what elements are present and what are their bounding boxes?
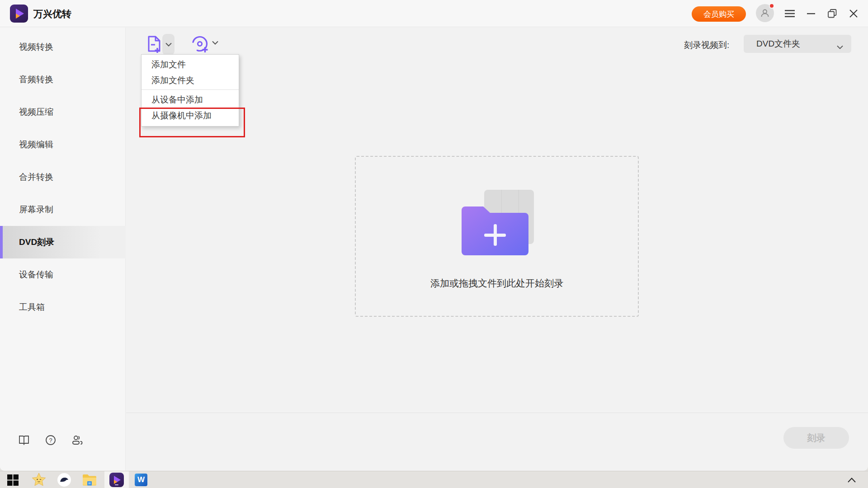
sidebar-item-video-compress[interactable]: 视频压缩: [0, 96, 126, 128]
app-window: 万兴优转 会员购买: [0, 0, 868, 471]
restore-button[interactable]: [822, 0, 842, 27]
menu-divider: [142, 89, 239, 90]
minimize-button[interactable]: [801, 0, 821, 27]
burn-to-label: 刻录视频到:: [684, 39, 729, 51]
sidebar-item-audio-convert[interactable]: 音频转换: [0, 63, 126, 96]
hamburger-menu-icon[interactable]: [780, 0, 800, 27]
close-button[interactable]: [844, 0, 863, 27]
add-disc-dropdown-chevron[interactable]: [212, 40, 219, 45]
burn-button[interactable]: 刻录: [783, 427, 849, 449]
sidebar: 视频转换 音频转换 视频压缩 视频编辑 合并转换 屏幕录制 DVD刻录 设备传输…: [0, 28, 126, 471]
title-bar: 万兴优转 会员购买: [0, 0, 868, 27]
help-icon[interactable]: ?: [45, 434, 57, 446]
burn-target-select[interactable]: DVD文件夹: [744, 35, 851, 53]
sidebar-item-video-convert[interactable]: 视频转换: [0, 31, 126, 63]
chevron-down-icon: [837, 42, 843, 52]
person-icon: [760, 8, 770, 18]
dropzone-hint: 添加或拖拽文件到此处开始刻录: [355, 277, 639, 290]
buy-membership-button[interactable]: 会员购买: [692, 6, 746, 22]
notification-dot: [769, 3, 774, 9]
sidebar-item-video-edit[interactable]: 视频编辑: [0, 128, 126, 161]
app-title: 万兴优转: [33, 8, 71, 20]
sidebar-item-device-transfer[interactable]: 设备传输: [0, 258, 126, 291]
whale-app-icon[interactable]: [54, 471, 74, 488]
taskbar: W: [0, 471, 868, 488]
add-disc-icon[interactable]: [190, 34, 211, 55]
menu-item-add-from-device[interactable]: 从设备中添加: [142, 92, 239, 108]
menu-item-add-folder[interactable]: 添加文件夹: [142, 72, 239, 88]
windows-start-icon[interactable]: [5, 471, 21, 488]
plus-icon: [484, 224, 506, 246]
add-file-icon[interactable]: [145, 34, 164, 54]
sidebar-item-merge-convert[interactable]: 合并转换: [0, 161, 126, 193]
manual-book-icon[interactable]: [18, 434, 30, 446]
sidebar-item-dvd-burn[interactable]: DVD刻录: [0, 226, 126, 258]
menu-item-add-from-camcorder[interactable]: 从摄像机中添加: [142, 108, 239, 123]
svg-text:?: ?: [49, 437, 52, 444]
star-app-icon[interactable]: [29, 471, 49, 488]
file-explorer-icon[interactable]: [80, 471, 99, 488]
sidebar-item-toolbox[interactable]: 工具箱: [0, 291, 126, 324]
app-logo-icon: [10, 5, 28, 23]
sidebar-item-screen-record[interactable]: 屏幕录制: [0, 193, 126, 226]
community-icon[interactable]: [71, 434, 83, 446]
add-file-dropdown-chevron[interactable]: [162, 34, 175, 55]
burn-target-value: DVD文件夹: [756, 38, 800, 50]
word-icon[interactable]: W: [131, 471, 151, 488]
uniconverter-taskbar-icon[interactable]: [105, 471, 128, 488]
footer-divider: [126, 413, 868, 413]
add-file-menu: 添加文件 添加文件夹 从设备中添加 从摄像机中添加: [141, 54, 239, 127]
show-hidden-icons-chevron[interactable]: [843, 471, 861, 488]
menu-item-add-file[interactable]: 添加文件: [142, 56, 239, 72]
